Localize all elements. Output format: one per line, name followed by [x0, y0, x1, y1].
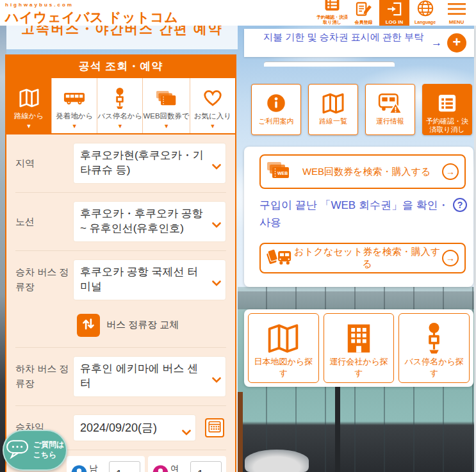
region-label: 지역 — [15, 156, 73, 171]
background-building-shadow — [238, 291, 476, 309]
page: highwaybus.com ハイウェイバス ドットコム 予約確認・決済取り消し… — [0, 0, 476, 472]
web-coupon-button-label: WEB回数券を検索・購入する — [291, 166, 442, 178]
nav-menu[interactable]: MENU — [441, 0, 472, 26]
nav-reservation-confirm[interactable]: 予約確認・決済取り消し — [316, 0, 348, 26]
female-count-value: 1 — [197, 468, 203, 472]
web-tickets-icon — [156, 87, 177, 109]
set-ticket-search-button[interactable]: おトクなセット券を検索・購入する → — [259, 243, 466, 273]
reservation-confirm-cancel-button[interactable]: 予約確認・決済取り消し — [422, 84, 472, 135]
hamburger-menu-icon — [447, 2, 466, 19]
boarding-stop-value: 후쿠오카 공항 국제선 터미널 — [80, 266, 198, 293]
nav-language[interactable]: Language — [409, 0, 441, 26]
arrow-circle-icon: → — [442, 163, 459, 180]
chevron-down-icon — [212, 373, 221, 387]
quick-button-label: 路線一覧 — [317, 117, 349, 126]
usage-guide-button[interactable]: ご利用案内 — [251, 84, 301, 135]
quick-buttons-row: ご利用案内 路線一覧 運行情報 予約確認・決済取り消し — [251, 84, 472, 135]
globe-icon — [417, 0, 434, 19]
chat-label-line1: ご質問は — [33, 440, 65, 449]
search-form: 지역 후쿠오카현(후쿠오카・기타큐슈 등) 노선 후쿠오카・후쿠오카 공항 ~ … — [6, 134, 235, 472]
region-row: 지역 후쿠오카현(후쿠오카・기타큐슈 등) — [15, 134, 226, 193]
alighting-stop-select[interactable]: 유후인 에키마에 버스 센터 — [73, 356, 226, 397]
bus-stop-icon — [113, 87, 126, 109]
background-car — [245, 450, 309, 472]
tab-by-route[interactable]: 路線から ▼ — [6, 78, 52, 133]
swap-stops-button[interactable] — [77, 314, 100, 337]
search-by-map-button[interactable]: 日本地図から探す — [248, 313, 319, 383]
search-by-label: 日本地図から探す — [249, 356, 318, 378]
operation-info-button[interactable]: 運行情報 — [365, 84, 415, 135]
info-icon — [267, 91, 286, 115]
set-ticket-bus-icon — [267, 248, 292, 269]
boarding-stop-select[interactable]: 후쿠오카 공항 국제선 터미널 — [73, 259, 226, 300]
swap-stops-label: 버스 정류장 교체 — [106, 319, 179, 331]
calendar-icon — [208, 420, 221, 435]
notice-text: 지불 기한 및 승차권 표시에 관한 부탁 — [263, 31, 427, 43]
nav-member-register[interactable]: 会員登録 — [348, 0, 379, 26]
arrow-circle-icon: → — [442, 250, 459, 266]
region-select[interactable]: 후쿠오카현(후쿠오카・기타큐슈 등) — [73, 143, 226, 184]
header: highwaybus.com ハイウェイバス ドットコム 予約確認・決済取り消し… — [0, 0, 476, 26]
caret-down-icon: ▼ — [117, 123, 123, 129]
tab-by-departure[interactable]: 発着地から ▼ — [52, 78, 97, 133]
caret-down-icon: ▼ — [163, 123, 169, 129]
male-passenger-card: 남성 1 — [67, 456, 145, 472]
promo-banner: 고속버스・야간버스 간편 예약 — [6, 26, 238, 49]
bus-stop-icon — [425, 321, 443, 355]
speech-bubble-icon — [6, 439, 30, 462]
promo-banner-text: 고속버스・야간버스 간편 예약 — [6, 26, 238, 38]
route-row: 노선 후쿠오카・후쿠오카 공항 ~ 유후인선(유후인호) — [15, 193, 226, 251]
svg-text:WEB: WEB — [277, 171, 288, 175]
notice-card[interactable]: 지불 기한 및 승차권 표시에 관한 부탁 → + — [244, 29, 474, 57]
female-label: 여성 — [170, 463, 186, 472]
boarding-stop-row: 승차 버스 정류장 후쿠오카 공항 국제선 터미널 — [15, 251, 226, 309]
tab-by-busstop[interactable]: バス停名から ▼ — [97, 78, 143, 133]
alighting-stop-row: 하차 버스 정류장 유후인 에키마에 버스 센터 — [15, 348, 226, 406]
date-value: 2024/09/20(금) — [80, 421, 157, 434]
swap-arrows-icon — [81, 317, 95, 334]
tab-by-web-coupon[interactable]: WEB回数券で ▼ — [143, 78, 190, 133]
building-icon — [345, 321, 373, 355]
site-logo[interactable]: highwaybus.com ハイウェイバス ドットコム — [5, 2, 178, 26]
female-count-select[interactable]: 1 — [190, 461, 222, 472]
search-by-company-button[interactable]: 運行会社から探す — [324, 313, 395, 383]
route-list-button[interactable]: 路線一覧 — [308, 84, 358, 135]
chevron-down-icon — [212, 276, 221, 291]
bus-warning-icon — [378, 91, 402, 115]
expand-plus-button[interactable]: + — [447, 33, 466, 53]
date-select[interactable]: 2024/09/20(금) — [73, 414, 196, 441]
nav-login[interactable]: LOG IN — [379, 0, 409, 26]
search-by-label: 運行会社から探す — [324, 356, 394, 378]
map-icon — [19, 87, 40, 109]
search-panel: 공석 조회・예약 路線から ▼ 発着地から ▼ バス停名から — [5, 54, 236, 472]
reservation-list-icon — [438, 91, 457, 115]
register-pencil-icon — [356, 1, 372, 19]
nav-label: Language — [414, 20, 436, 25]
bus-icon — [63, 87, 85, 109]
nav-label: 会員登録 — [355, 20, 373, 25]
logo-title: ハイウェイバス ドットコム — [5, 8, 178, 26]
help-question-icon[interactable]: ? — [453, 198, 467, 212]
web-coupon-note-link[interactable]: 구입이 끝난 「WEB 회수권」을 확인・사용 — [259, 197, 457, 231]
male-count-select[interactable]: 1 — [109, 461, 140, 472]
chat-question-button[interactable]: ご質問は こちら — [3, 430, 67, 471]
search-tabs: 路線から ▼ 発着地から ▼ バス停名から ▼ — [6, 78, 235, 134]
calendar-button[interactable] — [205, 418, 224, 437]
caret-down-icon: ▼ — [210, 123, 216, 129]
arrow-right-icon: → — [431, 37, 442, 49]
web-tickets-icon: WEB — [267, 161, 291, 182]
search-by-busstop-button[interactable]: バス停名から探す — [398, 313, 470, 383]
login-icon — [387, 2, 402, 19]
boarding-stop-label: 승차 버스 정류장 — [15, 265, 73, 294]
alighting-stop-value: 유후인 에키마에 버스 센터 — [80, 362, 198, 389]
map-icon — [322, 91, 345, 115]
alighting-stop-label: 하차 버스 정류장 — [15, 362, 73, 391]
tab-label: 発着地から — [56, 111, 93, 121]
notice-card-edge — [264, 61, 395, 67]
tab-favorites[interactable]: お気に入り ▼ — [190, 78, 235, 133]
male-count-value: 1 — [116, 468, 122, 472]
web-coupon-search-button[interactable]: WEB WEB回数券を検索・購入する → — [259, 154, 466, 189]
male-icon — [71, 465, 87, 472]
reservation-list-icon — [324, 0, 340, 14]
route-select[interactable]: 후쿠오카・후쿠오카 공항 ~ 유후인선(유후인호) — [73, 201, 226, 242]
